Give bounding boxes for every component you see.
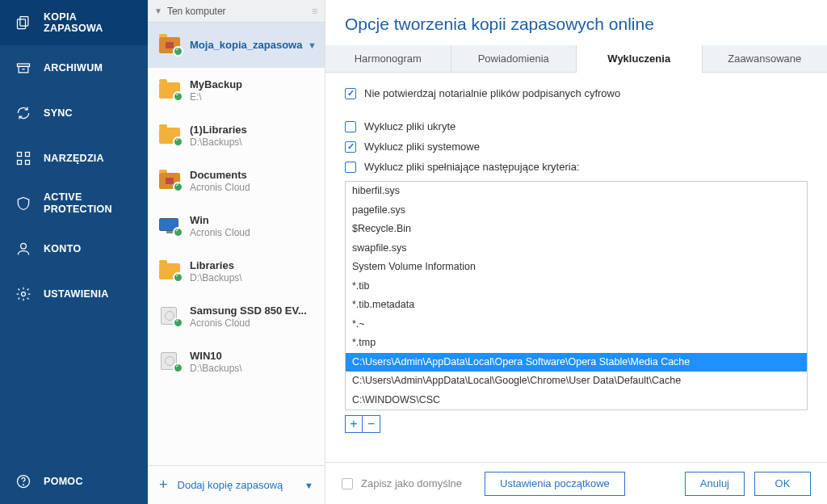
backup-name: WIN10 bbox=[190, 350, 317, 362]
add-backup-button[interactable]: + Dodaj kopię zapasową ▼ bbox=[148, 465, 325, 504]
exclusion-row[interactable]: C:\Users\Admin\AppData\Local\Opera Softw… bbox=[346, 353, 807, 372]
nav-sync[interactable]: SYNC bbox=[0, 90, 148, 136]
folder-icon bbox=[159, 81, 182, 100]
backup-name: Libraries bbox=[190, 259, 317, 271]
backup-item[interactable]: (1)LibrariesD:\Backups\ bbox=[148, 113, 325, 158]
exclusion-row[interactable]: C:\WINDOWS\CSC bbox=[346, 391, 807, 410]
backup-name: Samsung SSD 850 EV... bbox=[190, 304, 317, 317]
exclusion-row[interactable]: *.tib.metadata bbox=[346, 296, 807, 315]
menu-icon[interactable]: ≡ bbox=[312, 6, 318, 17]
backup-item[interactable]: WIN10D:\Backups\ bbox=[148, 339, 325, 384]
backup-item[interactable]: WinAcronis Cloud bbox=[148, 204, 325, 249]
archive-icon bbox=[15, 59, 32, 77]
save-default-row[interactable]: Zapisz jako domyślne bbox=[342, 477, 462, 489]
backup-item[interactable]: LibrariesD:\Backups\ bbox=[148, 249, 325, 294]
exclusion-row[interactable]: *.tib bbox=[346, 277, 807, 296]
backup-path: Acronis Cloud bbox=[190, 317, 317, 329]
exclusion-row[interactable]: C:\Users\Admin\AppData\Local\Google\Chro… bbox=[346, 372, 807, 391]
brief-icon bbox=[159, 171, 182, 191]
nav-label: USTAWIENIA bbox=[44, 288, 109, 300]
nav-archive[interactable]: ARCHIWUM bbox=[0, 45, 148, 90]
disk-icon bbox=[159, 352, 182, 372]
disk-icon bbox=[159, 307, 182, 326]
help-icon bbox=[15, 472, 32, 490]
backup-name: (1)Libraries bbox=[190, 124, 317, 136]
exclusion-row[interactable]: *.tmp bbox=[346, 334, 807, 353]
settings-icon bbox=[15, 285, 32, 303]
backup-name: Win bbox=[190, 214, 317, 226]
cancel-button[interactable]: Anuluj bbox=[685, 472, 745, 496]
chevron-down-icon[interactable]: ▼ bbox=[304, 481, 313, 490]
check-notarize-row[interactable]: Nie potwierdzaj notarialnie plików podpi… bbox=[345, 87, 808, 99]
backup-item[interactable]: Moja_kopia_zapasowa▼ bbox=[148, 23, 325, 68]
nav-label: ARCHIWUM bbox=[44, 62, 103, 74]
nav-tools[interactable]: NARZĘDZIA bbox=[0, 136, 148, 181]
svg-point-9 bbox=[21, 243, 27, 249]
nav-label: POMOC bbox=[44, 476, 83, 487]
backup-name: Documents bbox=[190, 169, 317, 181]
tab-wykluczenia[interactable]: Wykluczenia bbox=[577, 45, 703, 73]
main-nav: KOPIA ZAPASOWA ARCHIWUM SYNC NARZĘDZIA A… bbox=[0, 0, 148, 504]
nav-active-protection[interactable]: ACTIVEPROTECTION bbox=[0, 181, 148, 226]
exclusion-row[interactable]: hiberfil.sys bbox=[346, 182, 807, 201]
add-exclusion-button[interactable]: + bbox=[345, 415, 363, 433]
exclusion-row[interactable]: pagefile.sys bbox=[346, 201, 807, 220]
check-label: Wyklucz pliki spełniające następujące kr… bbox=[364, 161, 580, 173]
sync-icon bbox=[15, 104, 32, 122]
save-default-label: Zapisz jako domyślne bbox=[361, 477, 462, 489]
brief-icon bbox=[159, 36, 182, 55]
shield-icon bbox=[15, 195, 32, 212]
backup-name: MyBackup bbox=[190, 78, 317, 90]
checkbox-system[interactable] bbox=[345, 141, 356, 153]
exclusion-row[interactable]: swapfile.sys bbox=[346, 239, 807, 258]
backup-path: D:\Backups\ bbox=[190, 272, 317, 284]
exclusion-row[interactable]: System Volume Information bbox=[346, 258, 807, 277]
folder-icon bbox=[159, 126, 182, 145]
svg-point-10 bbox=[22, 292, 26, 296]
folder-icon bbox=[159, 262, 182, 281]
checkbox-hidden[interactable] bbox=[345, 121, 356, 132]
main-panel: Opcje tworzenia kopii zapasowych online … bbox=[325, 0, 827, 504]
nav-backup[interactable]: KOPIA ZAPASOWA bbox=[0, 0, 148, 45]
chevron-down-icon: ▼ bbox=[154, 6, 162, 15]
remove-exclusion-button[interactable]: − bbox=[363, 415, 380, 433]
account-icon bbox=[15, 240, 32, 258]
backup-path: D:\Backups\ bbox=[190, 363, 317, 374]
checkbox-save-default[interactable] bbox=[342, 478, 353, 489]
backup-item[interactable]: MyBackupE:\ bbox=[148, 68, 325, 113]
tab-zaawansowane[interactable]: Zaawansowane bbox=[703, 45, 828, 72]
svg-rect-0 bbox=[20, 17, 28, 27]
svg-rect-7 bbox=[18, 161, 22, 165]
nav-label: NARZĘDZIA bbox=[44, 153, 104, 164]
monitor-icon bbox=[159, 216, 182, 236]
nav-help[interactable]: POMOC bbox=[0, 459, 148, 504]
initial-settings-button[interactable]: Ustawienia początkowe bbox=[485, 472, 625, 496]
tab-powiadomienia[interactable]: Powiadomienia bbox=[451, 45, 577, 72]
check-hidden-row[interactable]: Wyklucz pliki ukryte bbox=[345, 120, 808, 132]
check-label: Nie potwierdzaj notarialnie plików podpi… bbox=[364, 87, 620, 99]
add-backup-label: Dodaj kopię zapasową bbox=[178, 479, 283, 491]
ok-button[interactable]: OK bbox=[754, 472, 811, 496]
backup-path: Acronis Cloud bbox=[190, 182, 317, 193]
exclusion-list[interactable]: hiberfil.syspagefile.sys$Recycle.Binswap… bbox=[345, 181, 808, 410]
nav-account[interactable]: KONTO bbox=[0, 226, 148, 271]
nav-settings[interactable]: USTAWIENIA bbox=[0, 271, 148, 317]
checkbox-criteria[interactable] bbox=[345, 162, 356, 173]
backup-name: Moja_kopia_zapasowa bbox=[190, 39, 304, 51]
backup-item[interactable]: DocumentsAcronis Cloud bbox=[148, 158, 325, 204]
exclusion-row[interactable]: *.~ bbox=[346, 315, 807, 334]
backup-list-panel: ▼ Ten komputer ≡ Moja_kopia_zapasowa▼MyB… bbox=[148, 0, 325, 504]
chevron-down-icon[interactable]: ▼ bbox=[308, 40, 317, 50]
nav-label: SYNC bbox=[44, 107, 73, 119]
exclusion-row[interactable]: $Recycle.Bin bbox=[346, 220, 807, 239]
svg-point-12 bbox=[23, 485, 24, 485]
svg-rect-5 bbox=[18, 153, 22, 157]
backup-item[interactable]: Samsung SSD 850 EV...Acronis Cloud bbox=[148, 294, 325, 339]
tab-harmonogram[interactable]: Harmonogram bbox=[325, 45, 451, 72]
footer: Zapisz jako domyślne Ustawienia początko… bbox=[325, 462, 827, 504]
checkbox-notarize[interactable] bbox=[345, 88, 356, 99]
check-system-row[interactable]: Wyklucz pliki systemowe bbox=[345, 141, 808, 153]
check-criteria-row[interactable]: Wyklucz pliki spełniające następujące kr… bbox=[345, 161, 808, 173]
tabs: HarmonogramPowiadomieniaWykluczeniaZaawa… bbox=[325, 45, 827, 73]
backup-list-header[interactable]: ▼ Ten komputer ≡ bbox=[148, 0, 325, 23]
